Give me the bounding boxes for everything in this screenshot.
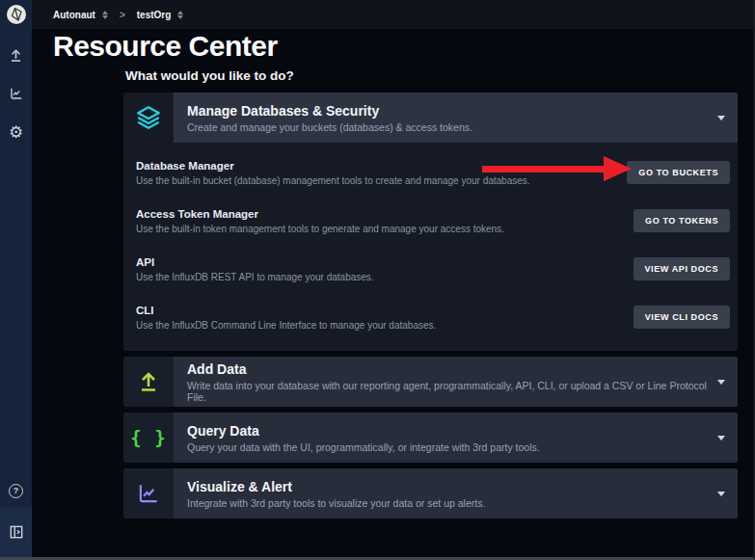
panel-visualize-alert-header[interactable]: Visualize & Alert Integrate with 3rd par… (123, 468, 738, 519)
page-subtitle: What would you like to do? (125, 68, 294, 83)
panel-add-data-header[interactable]: Add Data Write data into your database w… (123, 357, 738, 407)
breadcrumb-suborg[interactable]: testOrg (137, 10, 172, 20)
upload-icon (8, 47, 24, 64)
row-title: CLI (136, 305, 436, 316)
view-api-docs-button[interactable]: VIEW API DOCS (634, 257, 730, 280)
resource-row-access-token-manager: Access Token Manager Use the built-in to… (136, 197, 730, 245)
topbar: Autonaut > testOrg (32, 0, 753, 29)
panel-title: Manage Databases & Security (187, 103, 709, 119)
panel-add-data: Add Data Write data into your database w… (123, 357, 738, 407)
resource-row-cli: CLI Use the InfluxDB Command Line Interf… (136, 293, 730, 341)
line-chart-icon (136, 481, 161, 506)
row-description: Use the built-in bucket (database) manag… (136, 175, 530, 186)
upload-icon (136, 369, 161, 394)
panel-manage-databases: Manage Databases & Security Create and m… (123, 93, 738, 351)
panel-title: Query Data (187, 423, 709, 439)
sidebar-item-settings[interactable]: ⚙ (0, 116, 32, 148)
sidebar-item-toggle[interactable] (0, 507, 32, 557)
suborg-switcher-caret-icon[interactable] (177, 11, 183, 19)
chevron-down-icon[interactable] (717, 492, 725, 496)
org-switcher-caret-icon[interactable] (102, 11, 108, 19)
sidebar-bottom: ? (0, 474, 32, 557)
panel-manage-databases-header[interactable]: Manage Databases & Security Create and m… (123, 93, 738, 143)
go-to-buckets-button[interactable]: GO TO BUCKETS (627, 161, 730, 184)
row-description: Use the InfluxDB REST API to manage your… (136, 272, 374, 282)
influxdb-logo-icon (6, 4, 27, 25)
panel-description: Create and manage your buckets (database… (187, 121, 709, 133)
row-title: API (136, 256, 374, 268)
go-to-tokens-button[interactable]: GO TO TOKENS (634, 209, 730, 232)
chevron-down-icon[interactable] (717, 436, 725, 440)
panel-visualize-alert: Visualize & Alert Integrate with 3rd par… (123, 468, 738, 519)
sidebar-item-data-explorer[interactable] (0, 77, 32, 110)
braces-icon: { } (130, 427, 166, 448)
panel-title: Add Data (187, 361, 709, 377)
layers-icon (135, 104, 162, 131)
row-description: Use the built-in token management tools … (136, 224, 504, 234)
sidebar-item-help[interactable]: ? (0, 474, 32, 507)
panel-description: Write data into your database with our r… (187, 380, 709, 403)
line-chart-icon (9, 86, 24, 101)
help-icon: ? (9, 484, 23, 498)
panel-query-data-header[interactable]: { } Query Data Query your data with the … (123, 413, 738, 463)
panel-description: Integrate with 3rd party tools to visual… (187, 497, 709, 509)
influxdb-logo[interactable] (6, 4, 27, 25)
row-title: Database Manager (136, 160, 530, 172)
view-cli-docs-button[interactable]: VIEW CLI DOCS (634, 306, 730, 329)
row-description: Use the InfluxDB Command Line Interface … (136, 320, 436, 331)
panel-query-data: { } Query Data Query your data with the … (123, 413, 738, 463)
resource-row-database-manager: Database Manager Use the built-in bucket… (136, 148, 730, 197)
row-title: Access Token Manager (136, 208, 504, 220)
sidebar: ⚙ ? (0, 0, 32, 557)
panel-title: Visualize & Alert (187, 479, 709, 494)
chevron-down-icon[interactable] (717, 380, 725, 385)
sidebar-nav: ⚙ (0, 39, 32, 148)
sidebar-item-load-data[interactable] (0, 39, 32, 71)
resource-panels: Manage Databases & Security Create and m… (123, 93, 738, 524)
panel-manage-databases-body: Database Manager Use the built-in bucket… (123, 143, 738, 351)
panel-description: Query your data with the UI, programmati… (187, 441, 709, 453)
resource-row-api: API Use the InfluxDB REST API to manage … (136, 245, 730, 293)
app-root: { "topbar": { "breadcrumb": { "org": "Au… (0, 0, 755, 560)
page-title: Resource Center (53, 30, 278, 63)
panel-toggle-icon (10, 525, 23, 539)
gear-icon: ⚙ (9, 124, 23, 141)
chevron-down-icon[interactable] (717, 116, 725, 120)
breadcrumb-separator: > (120, 10, 125, 20)
breadcrumb-org[interactable]: Autonaut (53, 10, 95, 20)
